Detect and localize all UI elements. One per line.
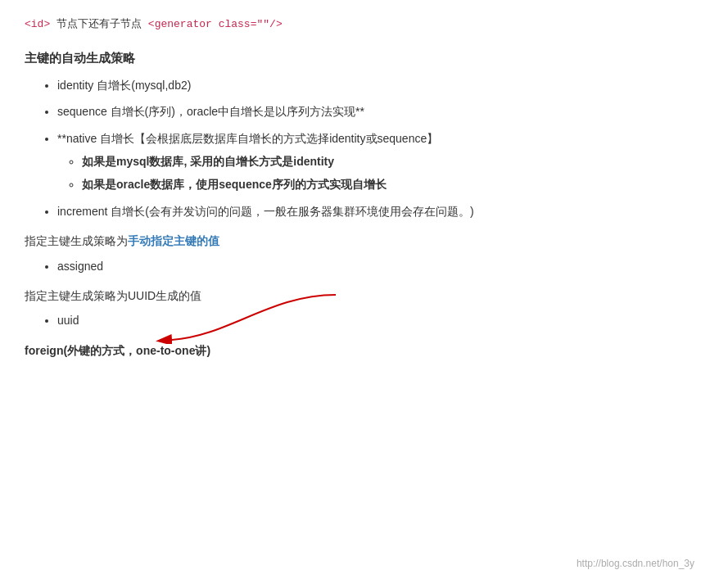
list-item-sequence: sequence 自增长(序列)，oracle中自增长是以序列方法实现** — [57, 102, 694, 120]
list-item-native: **native 自增长【会根据底层数据库自增长的方式选择identity或se… — [57, 129, 694, 194]
code-description: 节点下还有子节点 — [57, 18, 148, 30]
manual-list: assigned — [57, 257, 694, 275]
generator-tag: <generator class="" — [148, 18, 269, 30]
top-code-block: <id> 节点下还有子节点 <generator class=""/> — [25, 16, 694, 34]
native-sub-list: 如果是mysql数据库, 采用的自增长方式是identity 如果是oracle… — [82, 152, 694, 194]
uuid-section-container: uuid — [25, 311, 694, 329]
sub-item-oracle: 如果是oracle数据库，使用sequence序列的方式实现自增长 — [82, 175, 694, 193]
manual-link[interactable]: 手动指定主键的值 — [128, 234, 219, 247]
section-primary-key-title: 主键的自动生成策略 — [25, 48, 694, 68]
sub-item-mysql: 如果是mysql数据库, 采用的自增长方式是identity — [82, 152, 694, 170]
section-manual-title: 指定主键生成策略为手动指定主键的值 — [25, 232, 694, 250]
list-item-identity: identity 自增长(mysql,db2) — [57, 76, 694, 94]
primary-key-list: identity 自增长(mysql,db2) sequence 自增长(序列)… — [57, 76, 694, 220]
list-item-assigned: assigned — [57, 257, 694, 275]
list-item-increment: increment 自增长(会有并发访问的问题，一般在服务器集群环境使用会存在问… — [57, 202, 694, 220]
tag-id: <id> — [25, 18, 50, 30]
generator-close: /> — [269, 18, 283, 30]
arrow-decoration — [106, 287, 369, 344]
watermark: http://blog.csdn.net/hon_3y — [577, 556, 694, 572]
